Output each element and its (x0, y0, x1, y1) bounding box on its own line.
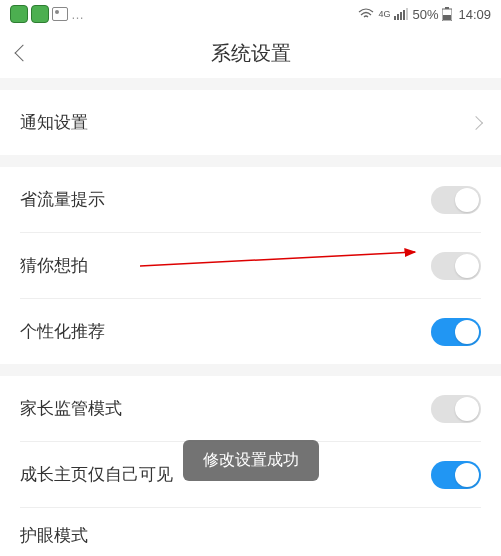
row-notification-settings[interactable]: 通知设置 (0, 90, 501, 155)
back-button[interactable] (0, 28, 40, 78)
status-bar: … 4G 50% 14:09 (0, 0, 501, 28)
svg-rect-3 (403, 10, 405, 20)
row-parental: 家长监管模式 (0, 376, 501, 441)
status-left: … (10, 5, 84, 23)
svg-rect-2 (400, 12, 402, 20)
svg-rect-7 (443, 15, 451, 20)
section-gap (0, 78, 501, 90)
wifi-icon (358, 8, 374, 20)
header: 系统设置 (0, 28, 501, 78)
section-gap (0, 364, 501, 376)
toggle-data-saver[interactable] (431, 186, 481, 214)
chevron-left-icon (15, 45, 32, 62)
row-label: 猜你想拍 (20, 254, 431, 277)
signal-icon (394, 8, 408, 20)
toggle-growth-private[interactable] (431, 461, 481, 489)
battery-percent: 50% (412, 7, 438, 22)
row-eye-care: 护眼模式 (0, 508, 501, 556)
svg-rect-0 (394, 16, 396, 20)
svg-rect-1 (397, 14, 399, 20)
picture-icon (52, 7, 68, 21)
toggle-personalized[interactable] (431, 318, 481, 346)
row-data-saver: 省流量提示 (0, 167, 501, 232)
row-label: 家长监管模式 (20, 397, 431, 420)
toast: 修改设置成功 (183, 440, 319, 481)
row-label: 通知设置 (20, 111, 471, 134)
clock: 14:09 (458, 7, 491, 22)
page-title: 系统设置 (211, 40, 291, 67)
status-right: 4G 50% 14:09 (358, 7, 491, 22)
row-guess-shoot: 猜你想拍 (0, 233, 501, 298)
row-label: 护眼模式 (20, 524, 481, 547)
status-more: … (71, 7, 84, 22)
svg-rect-4 (406, 8, 408, 20)
chevron-right-icon (469, 115, 483, 129)
toggle-parental[interactable] (431, 395, 481, 423)
battery-icon (442, 7, 452, 21)
row-label: 个性化推荐 (20, 320, 431, 343)
section-gap (0, 155, 501, 167)
app-icon-1 (10, 5, 28, 23)
app-icon-2 (31, 5, 49, 23)
row-personalized: 个性化推荐 (0, 299, 501, 364)
toggle-guess-shoot[interactable] (431, 252, 481, 280)
row-label: 省流量提示 (20, 188, 431, 211)
signal-4g: 4G (378, 9, 390, 19)
